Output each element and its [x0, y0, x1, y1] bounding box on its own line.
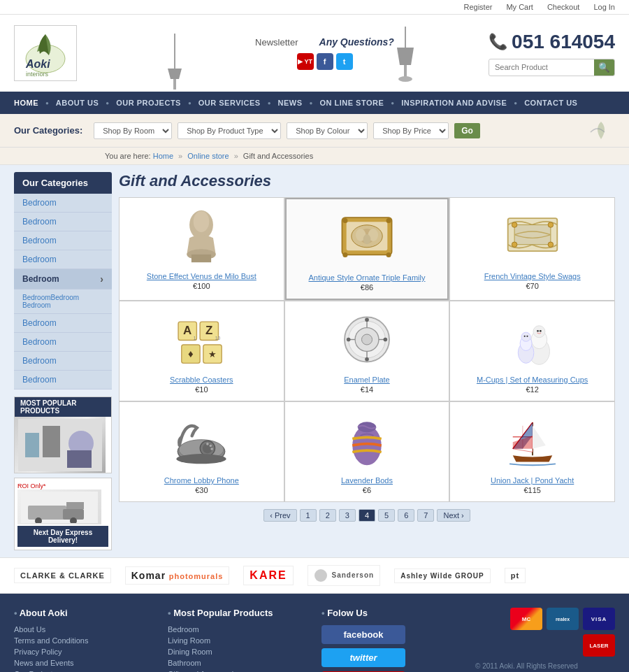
product-cell-9[interactable]: Union Jack | Pond Yacht €115: [450, 402, 614, 501]
sidebar-delivery-button[interactable]: Next Day Express Delivery!: [17, 526, 108, 547]
sidebar-item-7[interactable]: Bedroom: [14, 314, 112, 333]
brand-kare[interactable]: KARE: [243, 566, 293, 585]
sidebar-item-8[interactable]: Bedroom: [14, 333, 112, 352]
page-button-6[interactable]: 6: [398, 509, 414, 522]
product-cell-2[interactable]: Antique Style Ornate Triple Family €86: [285, 198, 449, 300]
prev-page-button[interactable]: ‹ Prev: [263, 509, 296, 522]
realex-icon: realex: [547, 608, 579, 630]
sidebar-item-10[interactable]: Bedroom: [14, 371, 112, 389]
page-button-4[interactable]: 4: [359, 509, 375, 522]
product-name-5[interactable]: Enamel Plate: [292, 376, 442, 384]
breadcrumb-online-store[interactable]: Online store: [187, 152, 229, 160]
pagination: ‹ Prev 1 2 3 4 5 6 7 Next ›: [119, 509, 615, 522]
product-cell-3[interactable]: French Vintage Style Swags €70: [450, 198, 614, 300]
youtube-icon[interactable]: ▶ YT: [297, 53, 314, 70]
checkout-link[interactable]: Checkout: [547, 3, 579, 11]
nav-projects[interactable]: OUR PROJECTS: [109, 92, 188, 114]
svg-point-81: [177, 454, 226, 464]
footer-twitter-button[interactable]: twitter: [321, 648, 405, 667]
breadcrumb-home[interactable]: Home: [153, 152, 173, 160]
sidebar-item-5[interactable]: Bedroom ›: [14, 269, 112, 289]
product-cell-8[interactable]: Lavender Bods €6: [285, 402, 449, 501]
nav-about[interactable]: ABOUT US: [49, 92, 106, 114]
sidebar-item-2[interactable]: Bedroom: [14, 213, 112, 231]
product-cell-6[interactable]: M-Cups | Set of Measuring Cups €12: [450, 301, 614, 401]
svg-point-71: [521, 332, 530, 341]
product-name-9[interactable]: Union Jack | Pond Yacht: [457, 476, 607, 485]
phone-icon: 📞: [489, 33, 507, 51]
page-button-5[interactable]: 5: [378, 509, 395, 522]
svg-text:A: A: [183, 324, 191, 337]
product-price-6: €12: [457, 385, 607, 394]
product-cell-7[interactable]: Chrome Lobby Phone €30: [120, 402, 284, 501]
page-button-3[interactable]: 3: [339, 509, 356, 522]
facebook-icon[interactable]: f: [317, 53, 333, 70]
product-image-6: [457, 308, 607, 371]
nav-contact[interactable]: CONTACT US: [517, 92, 584, 114]
lamp-right-decoration: [391, 27, 419, 92]
footer-bedroom[interactable]: Bedroom: [168, 625, 308, 634]
footer-payment-col: MC realex VISA LASER © 2011 Aoki. All Ri…: [475, 608, 615, 672]
product-cell-5[interactable]: Enamel Plate €14: [285, 301, 449, 401]
svg-rect-5: [173, 79, 176, 90]
brand-clarke[interactable]: CLARKE & CLARKE: [14, 568, 111, 583]
product-name-3[interactable]: French Vintage Style Swags: [457, 272, 607, 280]
footer-news-events[interactable]: News and Events: [14, 659, 154, 667]
product-name-2[interactable]: Antique Style Ornate Triple Family: [294, 273, 441, 282]
shop-by-type-select[interactable]: Shop By Product Type: [178, 122, 281, 139]
product-name-1[interactable]: Stone Effect Venus de Milo Bust: [126, 272, 277, 280]
product-name-7[interactable]: Chrome Lobby Phone: [126, 476, 277, 485]
svg-point-73: [526, 336, 528, 337]
product-cell-1[interactable]: Stone Effect Venus de Milo Bust €100: [120, 198, 284, 300]
header: Aoki interiors Newsletter Any Questions?…: [0, 15, 629, 92]
login-link[interactable]: Log In: [593, 3, 615, 11]
search-button[interactable]: 🔍: [594, 59, 614, 76]
page-button-2[interactable]: 2: [319, 509, 336, 522]
nav-home[interactable]: HOME: [7, 92, 45, 114]
footer-facebook-button[interactable]: facebook: [321, 625, 405, 644]
footer-bathroom[interactable]: Bathroom: [168, 659, 308, 667]
cart-link[interactable]: My Cart: [506, 3, 533, 11]
product-name-4[interactable]: Scrabble Coasters: [126, 376, 277, 384]
product-name-6[interactable]: M-Cups | Set of Measuring Cups: [457, 376, 607, 384]
shop-by-room-select[interactable]: Shop By Room: [94, 122, 172, 139]
brand-komar[interactable]: Komar photomurals: [125, 566, 230, 585]
newsletter-link[interactable]: Newsletter: [255, 37, 298, 48]
nav-online-store[interactable]: ON LINE STORE: [312, 92, 391, 114]
sidebar-item-6[interactable]: BedroomBedroom Bedroom: [14, 289, 112, 314]
footer-living-room[interactable]: Living Room: [168, 636, 308, 645]
product-cell-4[interactable]: A 1 Z 10 ♦ ★ Scrabble Coasters: [120, 301, 284, 401]
register-link[interactable]: Register: [463, 3, 492, 11]
sidebar-item-4[interactable]: Bedroom: [14, 250, 112, 269]
shop-by-price-select[interactable]: Shop By Price: [373, 122, 449, 139]
laser-icon: LASER: [583, 634, 615, 657]
nav-news[interactable]: NEWS: [271, 92, 310, 114]
any-questions-link[interactable]: Any Questions?: [319, 36, 394, 48]
go-button[interactable]: Go: [454, 123, 480, 138]
product-name-8[interactable]: Lavender Bods: [292, 476, 442, 485]
footer-privacy[interactable]: Privacy Policy: [14, 648, 154, 656]
sidebar-item-1[interactable]: Bedroom: [14, 194, 112, 213]
brand-pt[interactable]: pt: [505, 568, 526, 583]
page-button-1[interactable]: 1: [300, 509, 317, 522]
sidebar-item-9[interactable]: Bedroom: [14, 352, 112, 371]
sidebar-banner-image: [15, 417, 106, 473]
page-button-7[interactable]: 7: [417, 509, 434, 522]
nav-inspiration[interactable]: INSPIRATION AND ADVISE: [394, 92, 514, 114]
brand-ashley[interactable]: Ashley Wilde GROUP: [394, 569, 491, 583]
brand-sanderson[interactable]: Sanderson: [308, 565, 380, 586]
next-page-button[interactable]: Next ›: [437, 509, 470, 522]
nav-services[interactable]: OUR SERVICES: [191, 92, 268, 114]
svg-point-33: [386, 218, 391, 223]
sidebar-item-3[interactable]: Bedroom: [14, 231, 112, 250]
footer-dining-room[interactable]: Dining Room: [168, 648, 308, 656]
svg-point-68: [540, 330, 542, 332]
shop-by-colour-select[interactable]: Shop By Colour: [287, 122, 368, 139]
footer-terms[interactable]: Terms and Conditions: [14, 636, 154, 645]
search-input[interactable]: [489, 60, 594, 74]
breadcrumb-sep-1: »: [178, 152, 182, 160]
twitter-icon[interactable]: t: [336, 53, 353, 70]
footer-about-us[interactable]: About Us: [14, 625, 154, 634]
svg-text:★: ★: [208, 349, 217, 359]
logo-box[interactable]: Aoki interiors: [14, 25, 77, 81]
